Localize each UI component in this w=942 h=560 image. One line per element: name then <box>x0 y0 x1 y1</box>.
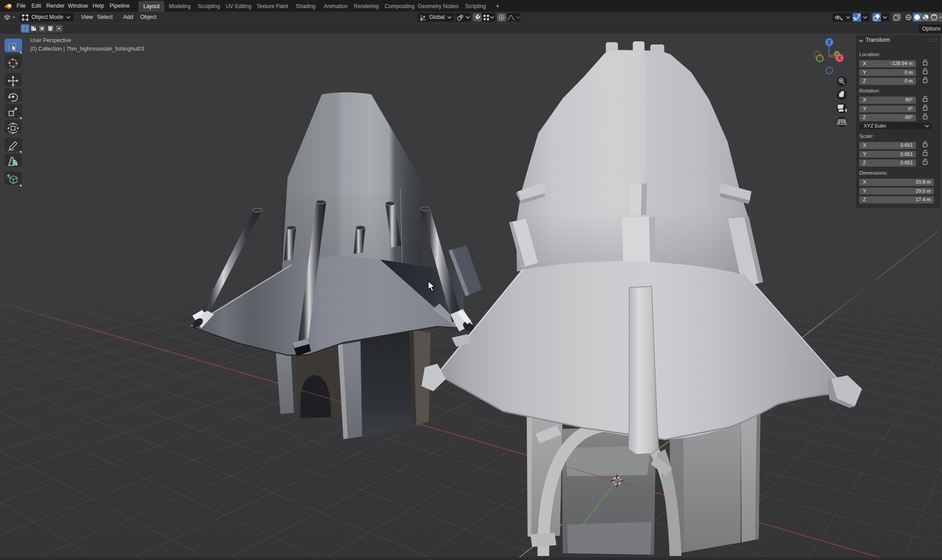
svg-text:Z: Z <box>828 40 831 45</box>
svg-text:X: X <box>838 55 841 61</box>
